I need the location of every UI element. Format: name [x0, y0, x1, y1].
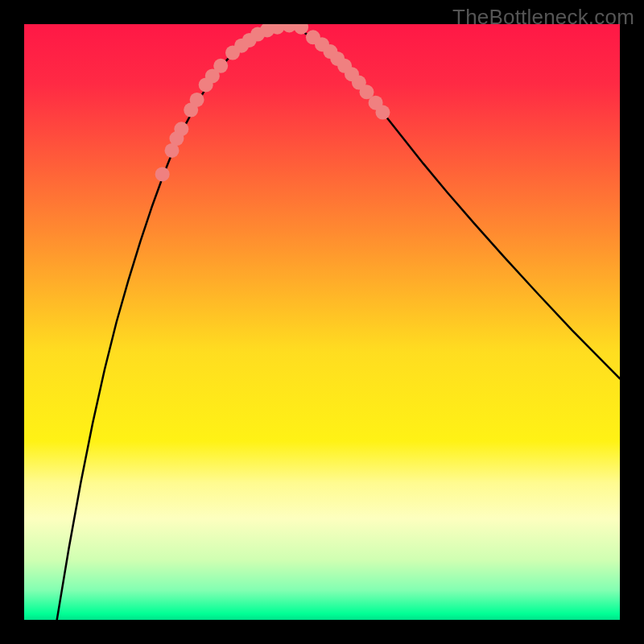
chart-svg [24, 24, 620, 620]
highlight-dot [213, 59, 228, 73]
highlight-dot [155, 167, 170, 181]
chart-plot-area [24, 24, 620, 620]
chart-background [24, 24, 620, 620]
highlight-dot [375, 105, 390, 120]
highlight-dot [190, 93, 204, 107]
highlight-dot [174, 122, 188, 136]
